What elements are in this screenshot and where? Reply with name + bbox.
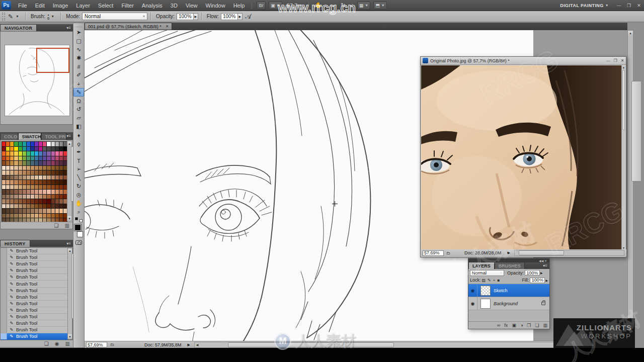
swatch-2-0[interactable] bbox=[2, 151, 6, 156]
swatch-2-6[interactable] bbox=[27, 151, 30, 156]
swatch-3-8[interactable] bbox=[35, 156, 38, 161]
swatch-13-13[interactable] bbox=[55, 204, 59, 209]
brush-preset-dropdown[interactable]: •6 ▼ bbox=[47, 13, 54, 20]
lock-pixels-icon[interactable]: ✎ bbox=[488, 278, 491, 283]
blur-tool[interactable]: ♦ bbox=[73, 131, 84, 139]
history-source-cell[interactable] bbox=[1, 307, 7, 313]
swatch-9-15[interactable] bbox=[63, 185, 67, 190]
layer-mask-icon[interactable]: ▣ bbox=[512, 323, 516, 328]
menu-select[interactable]: Select bbox=[94, 0, 118, 11]
swatch-14-5[interactable] bbox=[23, 209, 26, 213]
swatch-2-15[interactable] bbox=[63, 151, 67, 156]
swatch-12-1[interactable] bbox=[6, 199, 10, 204]
swatch-11-12[interactable] bbox=[51, 195, 55, 199]
swatch-2-4[interactable] bbox=[19, 151, 22, 156]
history-source-cell[interactable] bbox=[1, 314, 7, 320]
swatch-14-7[interactable] bbox=[31, 209, 34, 213]
swatch-11-13[interactable] bbox=[55, 195, 59, 199]
delete-swatch-icon[interactable]: ▥ bbox=[65, 223, 69, 228]
photo-vertical-scrollbar[interactable]: ▲ ▼ bbox=[621, 65, 625, 250]
swatch-8-0[interactable] bbox=[2, 180, 6, 185]
zoom-tool-icon[interactable]: ⌕ bbox=[327, 2, 336, 10]
swatch-10-8[interactable] bbox=[35, 190, 38, 194]
swatch-14-9[interactable] bbox=[39, 209, 42, 213]
swatch-11-6[interactable] bbox=[27, 195, 30, 199]
swatch-2-2[interactable] bbox=[10, 151, 14, 156]
swatch-5-6[interactable] bbox=[27, 166, 30, 170]
swatch-5-11[interactable] bbox=[47, 166, 50, 170]
swatch-3-15[interactable] bbox=[63, 156, 67, 161]
quick-mask-button[interactable] bbox=[75, 240, 82, 245]
layer-style-icon[interactable]: fx bbox=[504, 323, 508, 328]
tab-history[interactable]: HISTORY bbox=[0, 240, 30, 247]
new-swatch-icon[interactable]: ❏ bbox=[54, 223, 59, 228]
history-source-cell[interactable] bbox=[1, 248, 7, 254]
photo-horizontal-scrollbar[interactable] bbox=[514, 250, 624, 256]
swatch-6-6[interactable] bbox=[27, 170, 30, 175]
history-source-cell[interactable] bbox=[1, 281, 7, 287]
swatch-15-15[interactable] bbox=[63, 214, 67, 218]
swatch-12-0[interactable] bbox=[2, 199, 6, 204]
panel-menu-icon[interactable]: ▾≡ bbox=[66, 241, 71, 246]
swatch-15-12[interactable] bbox=[51, 214, 55, 218]
swatch-9-6[interactable] bbox=[27, 185, 30, 190]
swatch-15-8[interactable] bbox=[35, 214, 38, 218]
swatch-3-9[interactable] bbox=[39, 156, 42, 161]
drag-grip[interactable] bbox=[2, 13, 5, 21]
history-source-cell[interactable] bbox=[1, 294, 7, 300]
swatch-6-9[interactable] bbox=[39, 170, 42, 175]
view-extras-button[interactable]: ▣▼ bbox=[269, 2, 282, 10]
history-step[interactable]: ✎Brush Tool bbox=[1, 294, 68, 301]
swatch-5-15[interactable] bbox=[63, 166, 67, 170]
lasso-tool[interactable]: ∿ bbox=[73, 45, 84, 54]
bridge-button[interactable]: Br bbox=[257, 2, 266, 10]
menu-analysis[interactable]: Analysis bbox=[138, 0, 167, 11]
swatch-1-13[interactable] bbox=[55, 147, 59, 151]
photo-window[interactable]: Original Photo.jpg @ 57,7% (RGB/8#) * — … bbox=[420, 56, 626, 257]
swatch-12-13[interactable] bbox=[55, 199, 59, 204]
swatch-6-13[interactable] bbox=[55, 170, 59, 175]
swatch-0-4[interactable] bbox=[19, 142, 22, 146]
lock-all-icon[interactable]: ■ bbox=[497, 278, 500, 283]
swatch-7-6[interactable] bbox=[27, 175, 30, 180]
swatch-14-0[interactable] bbox=[2, 209, 6, 213]
menu-image[interactable]: Image bbox=[49, 0, 72, 11]
fill-arrow[interactable]: ▶ bbox=[545, 279, 548, 282]
swatch-4-2[interactable] bbox=[10, 161, 14, 165]
screen-mode-button[interactable]: ⬒▼ bbox=[373, 2, 386, 10]
swatch-10-10[interactable] bbox=[43, 190, 46, 194]
marquee-tool[interactable]: ▢ bbox=[73, 37, 84, 45]
swatch-8-5[interactable] bbox=[23, 180, 26, 185]
swatch-1-3[interactable] bbox=[14, 147, 18, 151]
swatch-10-11[interactable] bbox=[47, 190, 50, 194]
swatch-0-14[interactable] bbox=[59, 142, 63, 146]
swatch-10-14[interactable] bbox=[59, 190, 63, 194]
swatch-7-9[interactable] bbox=[39, 175, 42, 180]
swatch-4-7[interactable] bbox=[31, 161, 34, 165]
swatch-9-0[interactable] bbox=[2, 185, 6, 190]
swatch-3-10[interactable] bbox=[43, 156, 46, 161]
panel-menu-icon[interactable]: ▾≡ bbox=[543, 263, 547, 268]
tab-brushes[interactable]: BRUSHES bbox=[495, 262, 525, 269]
swatch-10-6[interactable] bbox=[27, 190, 30, 194]
swatch-6-2[interactable] bbox=[10, 170, 14, 175]
swatch-1-12[interactable] bbox=[51, 147, 55, 151]
swatch-15-11[interactable] bbox=[47, 214, 50, 218]
swatch-0-11[interactable] bbox=[47, 142, 50, 146]
tab-layers[interactable]: LAYERS bbox=[468, 262, 495, 269]
swatch-0-12[interactable] bbox=[51, 142, 55, 146]
crop-tool[interactable]: # bbox=[73, 62, 84, 71]
swatch-6-11[interactable] bbox=[47, 170, 50, 175]
swatch-11-0[interactable] bbox=[2, 195, 6, 199]
opacity-arrow[interactable]: ▶ bbox=[540, 271, 543, 275]
swatch-3-7[interactable] bbox=[31, 156, 34, 161]
swatch-13-2[interactable] bbox=[10, 204, 14, 209]
swatch-9-5[interactable] bbox=[23, 185, 26, 190]
swatch-4-1[interactable] bbox=[6, 161, 10, 165]
tool-preset-picker[interactable]: ✎▼ bbox=[7, 13, 19, 20]
swatch-2-12[interactable] bbox=[51, 151, 55, 156]
swatch-9-9[interactable] bbox=[39, 185, 42, 190]
swatch-6-12[interactable] bbox=[51, 170, 55, 175]
swatch-8-11[interactable] bbox=[47, 180, 50, 185]
swatch-11-1[interactable] bbox=[6, 195, 10, 199]
